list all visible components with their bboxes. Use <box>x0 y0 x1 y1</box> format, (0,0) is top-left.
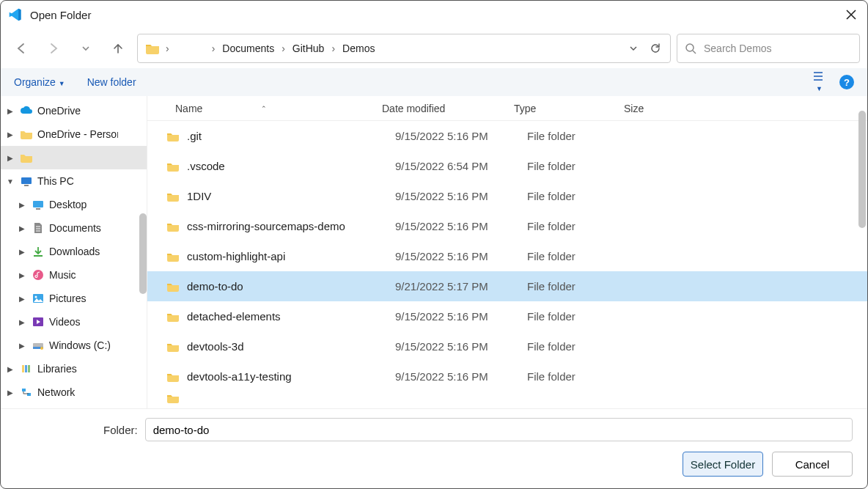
content-area: ▶ OneDrive ▶ OneDrive - Personal ▶ ▼ Thi… <box>1 96 867 408</box>
address-dropdown[interactable] <box>623 38 644 59</box>
tree-label: This PC <box>37 175 74 187</box>
cancel-button[interactable]: Cancel <box>772 452 853 477</box>
search-input[interactable]: Search Demos <box>677 34 860 63</box>
file-type: File folder <box>527 250 637 262</box>
breadcrumb-item[interactable]: Demos <box>338 40 379 57</box>
chevron-right-icon[interactable]: ▶ <box>5 154 15 162</box>
file-row[interactable]: custom-highlight-api9/15/2022 5:16 PMFil… <box>147 241 867 271</box>
file-name: custom-highlight-api <box>187 250 395 262</box>
chevron-right-icon[interactable]: ▶ <box>5 107 15 115</box>
file-date: 9/15/2022 5:16 PM <box>395 250 527 262</box>
file-name: detached-elements <box>187 310 395 323</box>
file-row[interactable]: detached-elements9/15/2022 5:16 PMFile f… <box>147 301 867 331</box>
tree-label: Music <box>49 269 76 281</box>
breadcrumb-item[interactable]: Documents <box>218 40 279 57</box>
column-type[interactable]: Type <box>514 103 624 114</box>
scrollbar-thumb[interactable] <box>139 213 147 294</box>
file-name: devtools-3d <box>187 340 395 353</box>
tree-item-onedrive[interactable]: ▶ OneDrive <box>1 99 147 122</box>
breadcrumb-item[interactable]: GitHub <box>288 40 329 57</box>
chevron-right-icon[interactable]: › <box>330 43 336 54</box>
tree-item-desktop[interactable]: ▶ Desktop <box>1 193 147 216</box>
search-placeholder: Search Demos <box>704 43 772 54</box>
chevron-down-icon[interactable]: ▼ <box>5 177 15 185</box>
recent-dropdown[interactable] <box>73 35 99 62</box>
file-row[interactable]: devtools-a11y-testing9/15/2022 5:16 PMFi… <box>147 361 867 391</box>
svg-rect-1 <box>21 177 32 184</box>
folder-icon <box>166 282 180 292</box>
folder-name-input[interactable] <box>145 418 853 441</box>
back-button[interactable] <box>8 35 34 62</box>
folder-icon <box>145 43 160 54</box>
videos-icon <box>32 315 45 328</box>
tree-item-documents[interactable]: ▶ Documents <box>1 216 147 240</box>
folder-icon <box>166 221 180 232</box>
file-name: .git <box>187 130 395 142</box>
column-size[interactable]: Size <box>624 103 697 114</box>
forward-button[interactable] <box>40 35 67 62</box>
file-row[interactable]: .git9/15/2022 5:16 PMFile folder <box>147 121 867 151</box>
chevron-right-icon[interactable]: ▶ <box>5 365 15 373</box>
chevron-right-icon[interactable]: › <box>280 43 287 54</box>
chevron-right-icon[interactable]: ▶ <box>5 389 15 397</box>
tree-label: Libraries <box>37 363 77 375</box>
up-button[interactable] <box>105 35 131 62</box>
chevron-right-icon[interactable]: ▶ <box>17 342 27 350</box>
file-row[interactable]: 1DIV9/15/2022 5:16 PMFile folder <box>147 181 867 211</box>
help-button[interactable]: ? <box>839 75 854 89</box>
tree-item-downloads[interactable]: ▶ Downloads <box>1 240 147 263</box>
file-row[interactable] <box>147 391 867 405</box>
folder-icon <box>166 191 180 202</box>
svg-rect-14 <box>28 365 30 372</box>
file-date: 9/15/2022 5:16 PM <box>395 370 527 383</box>
desktop-icon <box>32 198 45 211</box>
file-list: Name⌃ Date modified Type Size .git9/15/2… <box>147 96 867 408</box>
tree-item-thispc[interactable]: ▼ This PC <box>1 169 147 193</box>
file-date: 9/15/2022 5:16 PM <box>395 310 527 323</box>
cloud-icon <box>20 104 33 117</box>
column-date[interactable]: Date modified <box>382 103 514 114</box>
tree-item-videos[interactable]: ▶ Videos <box>1 310 147 334</box>
address-bar[interactable]: › › Documents › GitHub › Demos <box>137 34 671 63</box>
chevron-right-icon[interactable]: ▶ <box>17 224 27 232</box>
new-folder-button[interactable]: New folder <box>87 76 136 88</box>
chevron-right-icon[interactable]: ▶ <box>17 271 27 279</box>
select-folder-button[interactable]: Select Folder <box>683 452 763 477</box>
chevron-right-icon[interactable]: ▶ <box>17 201 27 209</box>
chevron-right-icon[interactable]: ▶ <box>17 318 27 326</box>
file-name: demo-to-do <box>187 280 395 293</box>
tree-item-current[interactable]: ▶ <box>1 146 147 169</box>
chevron-right-icon[interactable]: ▶ <box>5 130 15 139</box>
scrollbar-thumb[interactable] <box>858 111 866 228</box>
file-row[interactable]: .vscode9/15/2022 6:54 PMFile folder <box>147 151 867 181</box>
navigation-tree: ▶ OneDrive ▶ OneDrive - Personal ▶ ▼ Thi… <box>1 96 147 408</box>
organize-menu[interactable]: Organize ▼ <box>14 76 65 88</box>
view-menu[interactable]: ▼ <box>813 71 826 93</box>
tree-item-pictures[interactable]: ▶ Pictures <box>1 287 147 310</box>
chevron-right-icon[interactable]: › <box>210 43 217 54</box>
file-date: 9/15/2022 5:16 PM <box>395 220 527 232</box>
tree-item-network[interactable]: ▶ Network <box>1 380 147 404</box>
file-row[interactable]: css-mirroring-sourcemaps-demo9/15/2022 5… <box>147 211 867 241</box>
titlebar: Open Folder <box>1 1 867 29</box>
file-type: File folder <box>527 220 637 232</box>
column-name[interactable]: Name⌃ <box>147 103 382 114</box>
refresh-button[interactable] <box>645 38 666 59</box>
folder-icon <box>166 161 180 172</box>
file-row[interactable]: devtools-3d9/15/2022 5:16 PMFile folder <box>147 331 867 361</box>
svg-rect-15 <box>22 389 26 391</box>
file-date: 9/15/2022 6:54 PM <box>395 160 527 172</box>
chevron-right-icon[interactable]: ▶ <box>17 295 27 303</box>
file-name: .vscode <box>187 160 395 172</box>
tree-item-windows-c[interactable]: ▶ Windows (C:) <box>1 334 147 357</box>
tree-item-onedrive-personal[interactable]: ▶ OneDrive - Personal <box>1 122 147 146</box>
vscode-icon <box>8 7 23 22</box>
tree-item-libraries[interactable]: ▶ Libraries <box>1 357 147 380</box>
file-type: File folder <box>527 190 637 202</box>
chevron-right-icon[interactable]: ▶ <box>17 248 27 256</box>
file-row[interactable]: demo-to-do9/21/2022 5:17 PMFile folder <box>147 271 867 301</box>
close-button[interactable] <box>842 6 860 23</box>
svg-point-7 <box>35 296 37 298</box>
folder-icon <box>166 251 180 262</box>
tree-item-music[interactable]: ▶ Music <box>1 263 147 287</box>
